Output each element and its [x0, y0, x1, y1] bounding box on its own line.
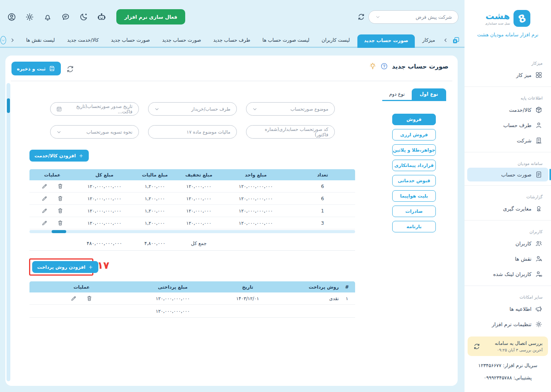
settlement-method-select[interactable]: نحوه تسویه صورتحساب	[50, 125, 139, 139]
article17-tax-field[interactable]: مالیات موضوع ماده ۱۷	[148, 125, 237, 139]
sidebar-item-announcements[interactable]: اطلاعیه ها	[465, 301, 551, 317]
chevron-down-icon	[375, 14, 381, 20]
close-tabs-icon	[452, 36, 460, 44]
category-contract-button[interactable]: قرارداد پیمانکاری	[392, 160, 436, 171]
delete-row-button[interactable]	[57, 183, 64, 189]
scrollbar-thumb[interactable]	[7, 98, 10, 113]
issue-date-field[interactable]: تاریخ صدور صورتحساب(تاریخ فاکت...	[50, 102, 139, 116]
category-currency-sale-button[interactable]: فروش ارزی	[392, 129, 436, 140]
sidebar-item-users[interactable]: کاربران	[465, 236, 551, 251]
sidebar-item-counterparty[interactable]: طرف حساب	[465, 118, 551, 133]
package-icon	[535, 106, 543, 114]
tab-new-invoice-3[interactable]: صورت حساب جدید	[106, 34, 155, 47]
company-select[interactable]: شرکت پیش فرض	[368, 10, 458, 24]
sidebar-item-label: مغایرت گیری	[503, 206, 531, 212]
items-table: تعداد مبلغ واحد مبلغ تخفیف مبلغ مالیات م…	[29, 169, 355, 229]
messages-button[interactable]	[61, 12, 70, 22]
delete-row-button[interactable]	[57, 195, 64, 202]
trash-icon	[57, 195, 64, 202]
tab-desk[interactable]: میزکار	[418, 34, 440, 47]
delete-row-button[interactable]	[57, 220, 64, 226]
tab-type-two[interactable]: نوع دوم	[382, 88, 412, 100]
trash-icon	[86, 295, 93, 302]
edit-row-button[interactable]	[41, 207, 48, 214]
chatbot-button[interactable]	[97, 12, 106, 22]
pencil-icon	[70, 295, 77, 302]
divider	[465, 220, 551, 220]
help-button[interactable]	[380, 62, 388, 70]
dark-mode-button[interactable]	[79, 12, 88, 22]
sidebar-item-settings[interactable]: تنظیمات نرم افزار	[465, 317, 551, 332]
accounting-code-field[interactable]: کد صورتحساب حسابداری(شماره فاکتور)	[246, 125, 335, 139]
add-payment-method-button[interactable]: افزودن روش پرداخت	[32, 261, 98, 273]
sidebar-item-reconciliation[interactable]: مغایرت گیری	[465, 201, 551, 216]
tab-type-one[interactable]: نوع اول	[412, 88, 446, 100]
edit-row-button[interactable]	[41, 195, 48, 202]
scroll-tabs-left-button[interactable]	[9, 37, 15, 43]
moon-icon	[79, 12, 88, 22]
category-sale-button[interactable]: فروش	[392, 114, 436, 125]
add-goods-service-button[interactable]: افزودن کالا/خدمت	[29, 150, 89, 162]
tab-new-invoice-2[interactable]: صورت حساب جدید	[158, 34, 206, 47]
sidebar-item-invoice[interactable]: صورت حساب	[467, 168, 548, 181]
active-indicator	[549, 169, 551, 180]
panel-header: صورت حساب جدید	[369, 62, 448, 70]
section-label-desk: میزکار	[465, 56, 551, 67]
tab-new-invoice-active[interactable]: صورت حساب جدید	[357, 34, 415, 48]
sidebar-item-label: صورت حساب	[501, 172, 531, 178]
category-gold-button[interactable]: جواهر،طلا و پلاتین	[392, 144, 436, 156]
sidebar-item-desk[interactable]: میز کار	[465, 67, 551, 83]
category-export-button[interactable]: صادرات	[392, 206, 436, 217]
tab-bar: میزکار صورت حساب جدید لیست کاربران لیست …	[0, 34, 465, 48]
notifications-button[interactable]	[43, 12, 52, 22]
scroll-tabs-right-button[interactable]	[443, 37, 449, 43]
category-utility-bills-button[interactable]: قبوض خدماتی	[392, 175, 436, 186]
edit-row-button[interactable]	[41, 183, 48, 189]
category-waybill-button[interactable]: بارنامه	[392, 221, 436, 232]
sidebar-item-goods-services[interactable]: کالا/خدمت	[465, 102, 551, 118]
sidebar-item-roles[interactable]: نقش ها	[465, 251, 551, 266]
main-area: شرکت پیش فرض فعال سازی نرم افزار میزکار …	[0, 0, 465, 392]
tabs-menu-button[interactable]	[0, 36, 6, 44]
sidebar-item-label: تنظیمات نرم افزار	[492, 321, 531, 327]
delete-row-button[interactable]	[57, 207, 64, 214]
sidebar-item-label: طرف حساب	[503, 122, 531, 128]
invoice-subject-select[interactable]: موضوع صورتحساب	[246, 102, 335, 116]
scrollbar-thumb[interactable]	[52, 230, 66, 233]
activate-software-button[interactable]: فعال سازی نرم افزار	[116, 9, 185, 24]
close-all-tabs-button[interactable]	[452, 36, 460, 44]
profile-button[interactable]	[7, 12, 16, 22]
annotation-number: ۱۷	[97, 260, 109, 271]
buyer-select[interactable]: طرف حساب/خریدار	[148, 102, 237, 116]
category-plane-ticket-button[interactable]: بلیت هواپیما	[392, 190, 436, 202]
tab-new-goods-service[interactable]: کالا/خدمت جدید	[62, 34, 103, 47]
app-name: نرم افزار سامانه مودیان هشت	[465, 32, 551, 38]
tab-invoices-list[interactable]: لیست صورت حساب ها	[258, 34, 314, 47]
connection-check-box[interactable]: بررسی اتصال به سامانه آخرین بررسی ۳ آبان…	[468, 336, 548, 356]
tab-users-list[interactable]: لیست کاربران	[317, 34, 355, 47]
section-label-moadian: سامانه مودیان	[465, 156, 551, 168]
gear-icon	[535, 320, 543, 328]
sidebar-item-company[interactable]: شرکت	[465, 133, 551, 148]
tab-roles-list[interactable]: لیست نقش ها	[21, 34, 59, 47]
tab-new-counterparty[interactable]: طرف حساب جدید	[209, 34, 255, 47]
settings-button[interactable]	[25, 12, 34, 22]
trash-icon	[57, 220, 64, 226]
chat-icon	[61, 12, 70, 22]
vertical-scrollbar[interactable]	[7, 83, 10, 381]
edit-row-button[interactable]	[41, 220, 48, 226]
table-row: 3 ۱۲۰,۰۰۰,۰۰۰,۰۰۰ ۱۲۰,۰۰۰,۰۰۰ ۱,۲۰۰,۰۰۰ …	[29, 217, 355, 229]
company-select-value: شرکت پیش فرض	[416, 14, 452, 20]
horizontal-scrollbar[interactable]	[29, 230, 355, 233]
refresh-button[interactable]	[357, 13, 365, 21]
panel-refresh-button[interactable]	[66, 65, 75, 74]
save-button[interactable]: ثبت و ذخیره	[11, 62, 61, 75]
refresh-icon[interactable]	[473, 343, 481, 350]
tips-button[interactable]	[369, 62, 377, 70]
edit-row-button[interactable]	[70, 295, 77, 302]
delete-row-button[interactable]	[86, 295, 93, 302]
sidebar-item-label: نقش ها	[515, 256, 531, 262]
sidebar-item-linked-users[interactable]: کاربران لینک شده	[465, 266, 551, 282]
invoice-icon	[535, 171, 543, 178]
total-label: جمع کل	[176, 240, 222, 246]
